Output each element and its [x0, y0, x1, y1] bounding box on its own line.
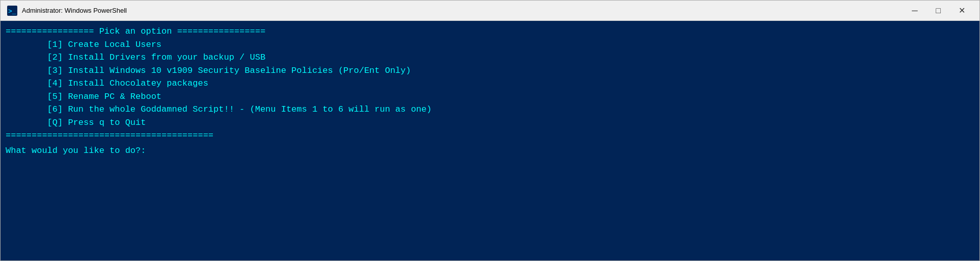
terminal-line-3: [3] Install Windows 10 v1909 Security Ba… [6, 64, 974, 77]
minimize-button[interactable]: ─ [903, 3, 927, 19]
svg-text:>_: >_ [8, 8, 16, 15]
terminal-line-5: [5] Rename PC & Reboot [6, 90, 974, 103]
terminal-line-4: [4] Install Chocolatey packages [6, 77, 974, 90]
maximize-button[interactable]: □ [927, 3, 950, 19]
terminal-line-6: [6] Run the whole Goddamned Script!! - (… [6, 103, 974, 116]
terminal-line-1: [1] Create Local Users [6, 38, 974, 51]
terminal-line-0: ================= Pick an option =======… [6, 25, 974, 38]
terminal-separator: ======================================== [6, 129, 974, 142]
terminal-body[interactable]: ================= Pick an option =======… [1, 21, 979, 260]
powershell-icon: >_ [7, 5, 18, 16]
powershell-window: >_ Administrator: Windows PowerShell ─ □… [0, 0, 980, 261]
terminal-line-7: [Q] Press q to Quit [6, 116, 974, 129]
title-bar: >_ Administrator: Windows PowerShell ─ □… [1, 1, 979, 21]
window-controls: ─ □ ✕ [903, 3, 973, 19]
terminal-prompt: What would you like to do?: [6, 144, 974, 158]
close-button[interactable]: ✕ [950, 3, 973, 19]
window-title: Administrator: Windows PowerShell [22, 7, 903, 14]
terminal-line-2: [2] Install Drivers from your backup / U… [6, 51, 974, 64]
